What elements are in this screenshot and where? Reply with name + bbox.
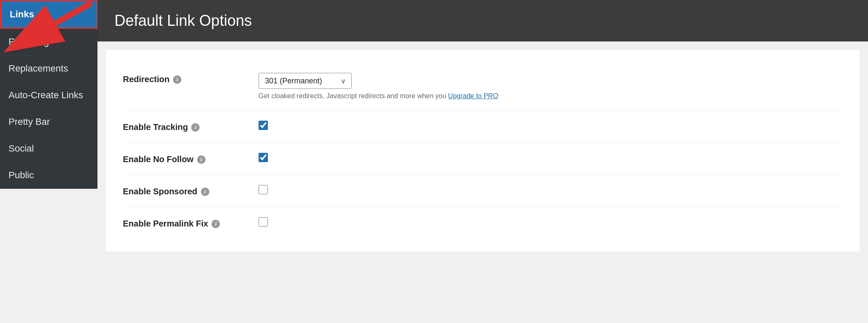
enable-permalink-fix-info-icon[interactable]: i	[211, 220, 220, 228]
sidebar-item-pretty-bar[interactable]: Pretty Bar	[0, 109, 97, 135]
redirection-label: Redirection i	[123, 73, 259, 84]
sidebar-item-auto-create-links[interactable]: Auto-Create Links	[0, 82, 97, 109]
upgrade-to-pro-link[interactable]: Upgrade to PRO	[448, 92, 498, 99]
redirection-select[interactable]: 301 (Permanent) 302 (Temporary) 307 (Tem…	[259, 73, 352, 89]
enable-tracking-label: Enable Tracking i	[123, 121, 259, 132]
enable-permalink-fix-label: Enable Permalink Fix i	[123, 217, 259, 229]
redirection-info-icon[interactable]: i	[173, 75, 181, 84]
enable-no-follow-checkbox[interactable]	[259, 153, 268, 162]
enable-tracking-control	[259, 121, 843, 130]
enable-sponsored-label: Enable Sponsored i	[123, 185, 259, 196]
enable-no-follow-row: Enable No Follow i	[123, 143, 843, 175]
redirection-control: 301 (Permanent) 302 (Temporary) 307 (Tem…	[259, 73, 843, 100]
enable-sponsored-control	[259, 185, 843, 194]
enable-permalink-fix-checkbox[interactable]	[259, 217, 268, 226]
enable-no-follow-label: Enable No Follow i	[123, 153, 259, 164]
sidebar: Links Reporting Replacements Auto-Create…	[0, 0, 97, 189]
enable-sponsored-checkbox[interactable]	[259, 185, 268, 194]
redirection-row: Redirection i 301 (Permanent) 302 (Tempo…	[123, 63, 843, 110]
sidebar-item-replacements[interactable]: Replacements	[0, 55, 97, 82]
enable-no-follow-info-icon[interactable]: i	[197, 155, 206, 164]
page-header: Default Link Options	[97, 0, 868, 41]
enable-permalink-fix-control	[259, 217, 843, 226]
main-content: Default Link Options Redirection i 301 (…	[97, 0, 868, 323]
sidebar-item-links[interactable]: Links	[0, 0, 97, 29]
enable-no-follow-control	[259, 153, 843, 162]
redirection-select-wrapper: 301 (Permanent) 302 (Temporary) 307 (Tem…	[259, 73, 352, 89]
enable-tracking-info-icon[interactable]: i	[191, 123, 200, 132]
sidebar-item-public[interactable]: Public	[0, 162, 97, 189]
enable-sponsored-row: Enable Sponsored i	[123, 175, 843, 207]
sidebar-item-reporting[interactable]: Reporting	[0, 29, 97, 55]
enable-tracking-checkbox[interactable]	[259, 121, 268, 130]
page-title: Default Link Options	[114, 12, 851, 30]
redirection-description: Get cloaked redirects, Javascript redire…	[259, 92, 843, 100]
content-area: Redirection i 301 (Permanent) 302 (Tempo…	[106, 50, 860, 251]
enable-tracking-row: Enable Tracking i	[123, 110, 843, 143]
enable-permalink-fix-row: Enable Permalink Fix i	[123, 207, 843, 239]
enable-sponsored-info-icon[interactable]: i	[201, 188, 209, 196]
sidebar-item-social[interactable]: Social	[0, 135, 97, 162]
